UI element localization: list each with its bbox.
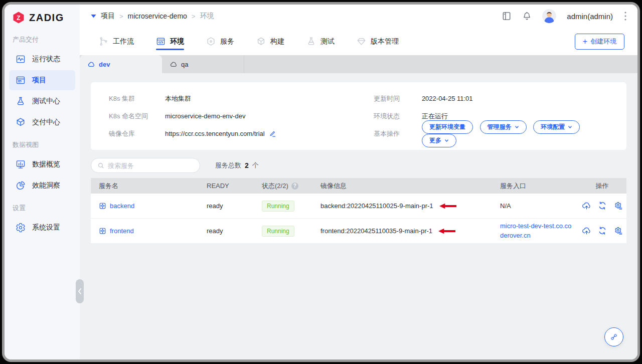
kebab-menu-icon[interactable] xyxy=(624,12,626,21)
sidebar-item-delivery-center[interactable]: 交付中心 xyxy=(9,112,75,132)
service-toolbar: 服务总数 2 个 xyxy=(91,158,626,173)
tab-build[interactable]: 构建 xyxy=(256,28,284,55)
cloud-upload-icon[interactable] xyxy=(582,226,591,236)
restart-sync-icon[interactable] xyxy=(598,201,607,211)
user-avatar[interactable] xyxy=(542,9,556,23)
tab-environment[interactable]: 环境 xyxy=(156,28,184,55)
services-table: 服务名 READY 状态(2/2) ? 镜像信息 服务入口 操作 xyxy=(91,178,626,244)
sidebar-collapse-handle[interactable] xyxy=(76,279,84,303)
env-status-value: 正在运行 xyxy=(422,112,448,121)
total-count: 2 xyxy=(245,161,249,169)
sidebar-item-label: 运行状态 xyxy=(32,55,60,64)
search-icon xyxy=(97,162,104,169)
help-icon[interactable]: ? xyxy=(291,183,298,190)
sidebar-item-insight[interactable]: 效能洞察 xyxy=(9,175,75,196)
total-unit: 个 xyxy=(252,161,259,170)
search-input[interactable] xyxy=(108,162,196,169)
workflow-icon xyxy=(99,37,108,46)
tab-services[interactable]: 服务 xyxy=(206,28,234,55)
tab-version-management[interactable]: 版本管理 xyxy=(357,28,399,55)
info-label: 基本操作 xyxy=(374,129,422,138)
table-row: backend ready Running backend:2022042511… xyxy=(91,194,626,219)
info-right-column: 更新时间 2022-04-25 11:01 环境状态 正在运行 基本操作 更新环… xyxy=(374,90,608,142)
tab-label: 环境 xyxy=(170,37,184,46)
restart-sync-icon[interactable] xyxy=(598,226,607,236)
service-search-box[interactable] xyxy=(91,158,200,173)
info-left-column: K8s 集群 本地集群 K8s 命名空间 microservice-demo-e… xyxy=(109,90,374,142)
env-tab-label: dev xyxy=(99,61,110,68)
status-badge: Running xyxy=(262,201,294,212)
data-monitor-icon xyxy=(16,159,26,169)
sidebar-item-system-settings[interactable]: 系统设置 xyxy=(9,218,75,238)
tab-workflow[interactable]: 工作流 xyxy=(99,28,134,55)
info-label: 更新时间 xyxy=(374,94,422,103)
row-operations xyxy=(578,201,626,211)
info-value: 2022-04-25 11:01 xyxy=(422,95,473,102)
info-row-namespace: K8s 命名空间 microservice-demo-env-dev xyxy=(109,107,374,125)
table-header-row: 服务名 READY 状态(2/2) ? 镜像信息 服务入口 操作 xyxy=(91,178,626,194)
sidebar-item-running-status[interactable]: 运行状态 xyxy=(9,49,75,69)
manage-services-button[interactable]: 管理服务 xyxy=(480,120,527,134)
sidebar-item-test-center[interactable]: 测试中心 xyxy=(9,91,75,111)
breadcrumb-item[interactable]: 项目 xyxy=(101,12,115,21)
chevron-down-icon xyxy=(515,125,519,129)
build-cube-icon xyxy=(256,37,266,46)
main-area: 项目 > microservice-demo > 环境 admin(admin) xyxy=(80,5,637,359)
ready-value: ready xyxy=(207,227,262,235)
info-label: 镜像仓库 xyxy=(109,129,165,138)
breadcrumb-item[interactable]: microservice-demo xyxy=(128,12,187,20)
project-window-icon: PM xyxy=(16,75,26,85)
service-config-gear-icon[interactable] xyxy=(613,201,623,211)
share-link-float-button[interactable] xyxy=(604,327,623,346)
breadcrumb-dropdown-caret-icon[interactable] xyxy=(91,14,96,18)
red-arrow-icon xyxy=(438,228,455,234)
sidebar-item-projects[interactable]: PM 项目 xyxy=(9,70,75,90)
status-badge: Running xyxy=(262,226,294,237)
tab-label: 测试 xyxy=(320,37,335,46)
service-link-frontend[interactable]: frontend xyxy=(99,227,207,235)
service-name: frontend xyxy=(110,227,134,235)
service-entry-link[interactable]: micro-test-dev-test.co.coderover.cn xyxy=(500,222,578,241)
pie-chart-icon xyxy=(16,180,26,191)
info-label: K8s 集群 xyxy=(109,94,165,103)
tab-label: 版本管理 xyxy=(371,37,399,46)
env-tab-label: qa xyxy=(181,61,188,68)
info-row-updated: 更新时间 2022-04-25 11:01 xyxy=(374,90,608,107)
sidebar-section-settings: 设置 xyxy=(13,204,72,213)
service-config-gear-icon[interactable] xyxy=(613,226,623,236)
flask-icon xyxy=(16,96,26,106)
docs-book-icon[interactable] xyxy=(502,11,512,21)
link-icon xyxy=(609,332,618,341)
tab-label: 服务 xyxy=(220,37,234,46)
sidebar: Z ZADIG 产品交付 运行状态 PM 项目 测试中心 xyxy=(5,5,80,359)
edit-pen-icon[interactable] xyxy=(269,130,276,137)
chevron-down-icon xyxy=(444,138,449,143)
service-link-backend[interactable]: backend xyxy=(99,202,207,210)
col-ready: READY xyxy=(207,182,262,190)
update-env-vars-button[interactable]: 更新环境变量 xyxy=(422,120,473,134)
brand-logo[interactable]: Z ZADIG xyxy=(5,5,80,27)
user-name[interactable]: admin(admin) xyxy=(567,12,613,21)
breadcrumb-separator: > xyxy=(192,13,196,20)
environment-info-card: K8s 集群 本地集群 K8s 命名空间 microservice-demo-e… xyxy=(91,82,626,150)
tab-test[interactable]: 测试 xyxy=(306,28,335,55)
ready-value: ready xyxy=(207,202,262,210)
table-row: frontend ready Running frontend:20220425… xyxy=(91,219,626,244)
sidebar-item-data-overview[interactable]: 数据概览 xyxy=(9,154,75,174)
create-environment-button[interactable]: + 创建环境 xyxy=(575,34,624,50)
info-row-registry: 镜像仓库 https://ccr.ccs.tencentyun.com/tria… xyxy=(109,125,374,142)
chevron-down-icon xyxy=(568,125,572,129)
sidebar-item-label: 数据概览 xyxy=(32,160,60,169)
service-name: backend xyxy=(110,202,134,210)
topbar: 项目 > microservice-demo > 环境 admin(admin) xyxy=(80,5,637,28)
bell-icon[interactable] xyxy=(522,11,532,21)
image-info: backend:20220425110025-9-main-pr-1 xyxy=(320,202,433,210)
env-tab-qa[interactable]: qa xyxy=(162,55,244,73)
more-button[interactable]: 更多 xyxy=(422,134,456,147)
brand-name: ZADIG xyxy=(29,12,64,24)
delivery-box-icon xyxy=(16,117,26,127)
cloud-upload-icon[interactable] xyxy=(582,201,591,211)
sidebar-item-label: 测试中心 xyxy=(32,97,60,106)
env-tab-dev[interactable]: dev xyxy=(80,55,162,73)
env-config-button[interactable]: 环境配置 xyxy=(533,120,580,134)
